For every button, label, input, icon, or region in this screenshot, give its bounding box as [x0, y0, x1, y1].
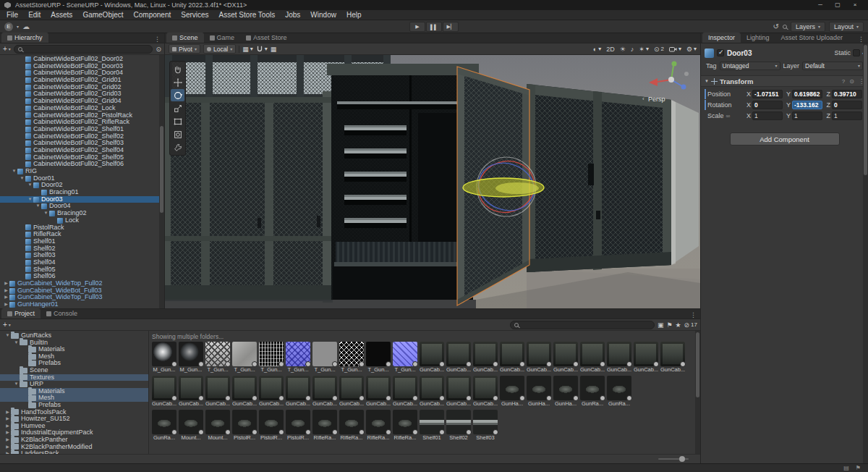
scene-effects-dropdown[interactable]: ✶▾ — [639, 46, 649, 53]
expand-arrow[interactable]: ▼ — [43, 210, 49, 217]
asset-item[interactable]: T_Gun... — [259, 342, 284, 374]
asset-item[interactable]: GunCab... — [339, 376, 364, 408]
asset-item[interactable]: GunRa... — [607, 376, 631, 408]
tag-dropdown[interactable]: Untagged▾ — [720, 62, 780, 70]
asset-item[interactable]: GunCab... — [527, 342, 551, 374]
expand-arrow[interactable]: ▼ — [35, 203, 41, 210]
expand-arrow[interactable]: ▶ — [3, 287, 9, 295]
rotate-tool-button[interactable] — [171, 89, 184, 101]
scene-viewport[interactable]: ‹ Persp — [165, 55, 700, 308]
transform-component-header[interactable]: ▼ Transform ? ⊙ ⋮ — [701, 75, 868, 87]
asset-item[interactable]: GunCab... — [286, 376, 310, 408]
search-icon[interactable] — [783, 25, 787, 29]
transform-tool-button[interactable] — [171, 128, 184, 140]
asset-item[interactable]: GunCab... — [366, 376, 391, 408]
persp-arrow-icon[interactable]: ‹ — [642, 96, 644, 102]
asset-item[interactable]: Shelf01 — [420, 410, 444, 442]
rotation-x-field[interactable]: 0 — [752, 101, 783, 109]
asset-item[interactable]: GunCab... — [179, 376, 203, 408]
tab-asset-store-uploader[interactable]: Asset Store Uploader — [775, 33, 849, 43]
pause-button[interactable]: ▌▌ — [426, 22, 442, 32]
asset-item[interactable]: GunCab... — [473, 342, 498, 374]
asset-item[interactable]: GunCab... — [420, 376, 444, 408]
hierarchy-item[interactable]: ▼Door01 — [0, 175, 164, 182]
asset-item[interactable]: GunCab... — [660, 342, 685, 374]
asset-item[interactable]: Mount... — [179, 410, 203, 442]
project-search-input[interactable] — [510, 321, 655, 329]
project-folder[interactable]: Mesh — [0, 395, 148, 402]
asset-item[interactable]: T_Gun... — [393, 342, 417, 374]
view-tool-button[interactable] — [171, 63, 184, 75]
hierarchy-item[interactable]: ▶GunHanger01 — [0, 301, 164, 308]
hierarchy-item[interactable]: PistolRack — [0, 224, 164, 232]
cloud-services-icon[interactable]: ☁ — [22, 21, 30, 33]
console-activity-icon[interactable]: ▤ — [843, 465, 849, 471]
asset-item[interactable]: RifleRa... — [339, 410, 364, 442]
hierarchy-item[interactable]: Shelf04 — [0, 259, 164, 266]
menu-window[interactable]: Window — [305, 10, 341, 20]
scale-x-field[interactable]: 1 — [752, 111, 783, 120]
asset-item[interactable]: M_Gun... — [179, 342, 203, 374]
rotation-z-field[interactable]: 0 — [832, 101, 862, 109]
asset-item[interactable]: GunCab... — [152, 376, 176, 408]
notification-icon[interactable]: ⚑ — [856, 465, 861, 471]
asset-item[interactable]: GunHa... — [500, 376, 524, 408]
project-folder[interactable]: ▶LaddersPack — [0, 450, 148, 454]
tab-inspector[interactable]: Inspector — [702, 33, 741, 43]
project-folder[interactable]: ▼BuiltIn — [0, 340, 148, 347]
asset-item[interactable]: GunCab... — [446, 342, 471, 374]
asset-item[interactable]: RifleRa... — [312, 410, 337, 442]
hierarchy-scrollbar[interactable] — [159, 55, 164, 308]
scene-visibility-toggle[interactable]: ⊙2 — [654, 46, 664, 53]
inspector-panel-menu-icon[interactable]: ⋮ — [854, 35, 868, 43]
tab-hierarchy[interactable]: Hierarchy — [1, 33, 48, 43]
create-asset-button[interactable]: +▾ — [3, 321, 11, 329]
asset-item[interactable]: T_Gun... — [205, 342, 230, 374]
hierarchy-panel-menu-icon[interactable]: ⋮ — [150, 35, 164, 43]
hierarchy-item[interactable]: ▼RIG — [0, 168, 164, 175]
project-folder[interactable]: Materials — [0, 388, 148, 395]
asset-item[interactable]: GunCab... — [580, 342, 605, 374]
save-search-icon[interactable]: ★ — [675, 321, 681, 329]
asset-item[interactable]: T_Gun... — [312, 342, 337, 374]
rect-tool-button[interactable] — [171, 115, 184, 127]
expand-arrow[interactable]: ▼ — [11, 168, 17, 175]
hierarchy-item[interactable]: Shelf05 — [0, 266, 164, 274]
hierarchy-item[interactable]: Lock — [0, 217, 164, 224]
hierarchy-item[interactable]: ▼Door02 — [0, 182, 164, 189]
minimize-button[interactable]: ─ — [812, 0, 829, 10]
asset-item[interactable]: M_Gun... — [152, 342, 176, 374]
close-button[interactable]: × — [846, 0, 864, 10]
hierarchy-item[interactable]: ▼Bracing02 — [0, 210, 164, 217]
asset-item[interactable]: PistolR... — [259, 410, 284, 442]
asset-item[interactable]: PistolR... — [286, 410, 310, 442]
search-by-type-icon[interactable]: ▣ — [658, 321, 664, 329]
asset-item[interactable]: GunCab... — [500, 342, 524, 374]
menu-gameobject[interactable]: GameObject — [77, 10, 128, 20]
tab-console[interactable]: Console — [41, 308, 83, 319]
asset-item[interactable]: T_Gun... — [339, 342, 364, 374]
layers-dropdown[interactable]: Layers▾ — [791, 22, 825, 32]
inspector-scrollbar[interactable] — [863, 43, 868, 463]
asset-item[interactable]: RifleRa... — [366, 410, 391, 442]
position-z-field[interactable]: 0.39710 — [832, 90, 862, 98]
asset-item[interactable]: GunCab... — [473, 376, 498, 408]
expand-arrow[interactable]: ▼ — [4, 332, 11, 340]
scene-picking-icon[interactable]: ⊙ — [156, 46, 161, 53]
camera-settings-dropdown[interactable]: ▾ — [669, 46, 681, 52]
expand-arrow[interactable]: ▶ — [4, 409, 11, 416]
scale-y-field[interactable]: 1 — [792, 111, 822, 120]
undo-history-icon[interactable]: ↺ — [773, 21, 779, 33]
expand-arrow[interactable]: ▶ — [4, 416, 11, 423]
asset-item[interactable]: GunCab... — [259, 376, 284, 408]
asset-item[interactable]: Shelf03 — [473, 410, 498, 442]
hierarchy-search-input[interactable] — [14, 45, 153, 54]
move-tool-button[interactable] — [171, 76, 184, 88]
asset-item[interactable]: GunHa... — [553, 376, 578, 408]
menu-help[interactable]: Help — [341, 10, 367, 20]
asset-item[interactable]: GunRa... — [152, 410, 176, 442]
asset-item[interactable]: GunCab... — [420, 342, 444, 374]
snap-settings-button[interactable]: ▾ — [256, 46, 268, 53]
asset-item[interactable]: GunCab... — [312, 376, 337, 408]
asset-item[interactable]: Mount... — [205, 410, 230, 442]
